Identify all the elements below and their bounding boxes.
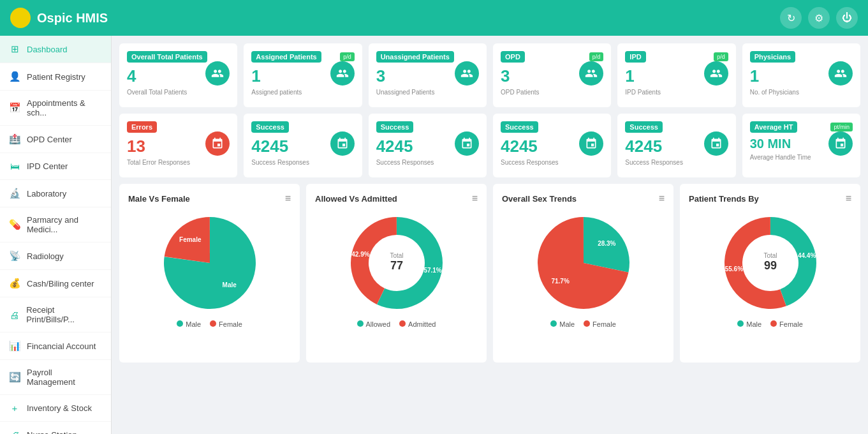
stat-title: Average HT — [750, 121, 798, 133]
stat-title: IPD — [625, 51, 645, 63]
svg-text:42.9%: 42.9% — [351, 251, 369, 258]
sidebar-item-nurse-station[interactable]: 🖨 Nurse Station — [0, 422, 111, 434]
stat-header: Physicians — [750, 51, 853, 63]
sidebar-label-payroll: Payroll Management — [27, 368, 102, 387]
stat-title: Overall Total Patients — [127, 51, 207, 63]
sidebar-item-payroll[interactable]: 🔄 Payroll Management — [0, 360, 111, 395]
sidebar-label-billing: Cash/Biling center — [27, 279, 94, 288]
opd-icon: 🏥 — [9, 133, 20, 145]
chart-area: 57.1%42.9% Total 77 AllowedAdmitted — [315, 212, 478, 328]
sidebar-label-patient-registry: Patient Registry — [27, 72, 85, 82]
refresh-button[interactable]: ↻ — [780, 7, 802, 29]
chart-menu-icon[interactable]: ≡ — [659, 193, 665, 204]
stat-header: Success — [625, 121, 728, 133]
stat-header: Overall Total Patients — [127, 51, 230, 63]
top-stat-card-0: Overall Total Patients 4 Overall Total P… — [119, 43, 237, 107]
pharmacy-icon: 💊 — [9, 219, 20, 230]
legend-item: Female — [770, 320, 803, 328]
legend-item: Male — [177, 320, 201, 328]
app-title: Ospic HMIS — [37, 11, 108, 26]
stat-title: OPD — [501, 51, 525, 63]
power-button[interactable]: ⏻ — [836, 7, 858, 29]
stat-header: Success — [501, 121, 603, 133]
inventory-icon: + — [9, 403, 20, 414]
sidebar-item-ipd[interactable]: 🛏 IPD Center — [0, 153, 111, 180]
bottom-stat-card-4: Success 4245 Success Responses — [617, 114, 735, 177]
sidebar-item-financial[interactable]: 📊 Fincancial Account — [0, 333, 111, 360]
receipts-icon: 🖨 — [9, 310, 20, 320]
svg-text:Total: Total — [763, 252, 777, 259]
laboratory-icon: 🔬 — [9, 188, 20, 199]
sidebar-label-pharmacy: Parmarcy and Medici... — [27, 215, 102, 234]
legend-item: Allowed — [357, 320, 391, 328]
svg-text:28.3%: 28.3% — [598, 240, 615, 247]
stat-label: Total Error Responses — [127, 159, 230, 166]
sidebar-item-dashboard[interactable]: ⊞ Dashboard — [0, 36, 111, 63]
sidebar-item-laboratory[interactable]: 🔬 Laboratory — [0, 180, 111, 207]
chart-menu-icon[interactable]: ≡ — [472, 193, 478, 204]
sidebar-item-billing[interactable]: 💰 Cash/Biling center — [0, 270, 111, 297]
charts-row: Male Vs Female ≡ MaleFemale MaleFemale A… — [119, 184, 860, 363]
stat-badge: p/d — [714, 52, 728, 61]
payroll-icon: 🔄 — [9, 371, 20, 383]
radiology-icon: 📡 — [9, 250, 20, 262]
sidebar-label-financial: Fincancial Account — [27, 341, 96, 351]
stat-icon — [455, 131, 479, 156]
svg-text:71.7%: 71.7% — [551, 278, 569, 285]
bottom-stat-card-2: Success 4245 Success Responses — [369, 114, 487, 177]
chart-area: MaleFemale MaleFemale — [128, 212, 291, 328]
stat-icon — [330, 61, 355, 86]
financial-icon: 📊 — [9, 340, 20, 352]
sidebar-item-patient-registry[interactable]: 👤 Patient Registry — [0, 63, 111, 91]
stat-icon — [704, 131, 728, 156]
stat-header: OPD p/d — [501, 51, 603, 63]
stat-badge: pt/min — [830, 123, 853, 131]
chart-menu-icon[interactable]: ≡ — [846, 193, 851, 204]
sidebar-item-receipts[interactable]: 🖨 Receipt Print/Bills/P... — [0, 297, 111, 333]
app-layout: ⊞ Dashboard 👤 Patient Registry 📅 Appoint… — [0, 36, 868, 434]
chart-legend: MaleFemale — [550, 320, 616, 328]
svg-text:99: 99 — [763, 259, 776, 272]
sidebar-item-appointments[interactable]: 📅 Appointments & sch... — [0, 91, 111, 126]
svg-text:Female: Female — [179, 236, 202, 243]
sidebar-item-pharmacy[interactable]: 💊 Parmarcy and Medici... — [0, 207, 111, 243]
chart-legend: MaleFemale — [737, 320, 803, 328]
chart-menu-icon[interactable]: ≡ — [285, 193, 291, 204]
chart-title: Allowed Vs Admitted — [315, 194, 397, 204]
stat-icon — [330, 131, 355, 156]
sidebar-label-receipts: Receipt Print/Bills/P... — [26, 305, 102, 324]
sidebar-label-radiology: Radiology — [27, 251, 64, 261]
stat-label: OPD Patients — [501, 89, 603, 96]
svg-text:Male: Male — [222, 281, 237, 288]
bottom-stat-card-5: Average HT pt/min 30 MIN Average Handle … — [742, 114, 860, 177]
stat-label: Overall Total Patients — [127, 89, 230, 96]
dashboard-icon: ⊞ — [9, 43, 20, 55]
sidebar-item-inventory[interactable]: + Inventory & Stock — [0, 395, 111, 422]
stat-header: Unassigned Patients — [376, 51, 479, 63]
legend-item: Male — [550, 320, 575, 328]
sidebar-label-dashboard: Dashboard — [27, 45, 68, 54]
stat-icon — [455, 61, 479, 86]
sidebar-label-inventory: Inventory & Stock — [27, 403, 92, 413]
stat-label: Success Responses — [625, 159, 728, 166]
stat-title: Success — [376, 121, 414, 133]
chart-area: 44.4%55.6% Total 99 MaleFemale — [689, 212, 851, 328]
stat-title: Physicians — [750, 51, 795, 63]
stat-icon — [828, 131, 853, 156]
ipd-icon: 🛏 — [9, 161, 20, 172]
stat-label: No. of Physicians — [750, 89, 853, 96]
sidebar: ⊞ Dashboard 👤 Patient Registry 📅 Appoint… — [0, 36, 112, 434]
chart-header: Overall Sex Trends ≡ — [502, 193, 665, 204]
nurse-icon: 🖨 — [9, 430, 20, 434]
settings-button[interactable]: ⚙ — [808, 7, 830, 29]
svg-text:77: 77 — [390, 259, 402, 272]
stat-title: Unassigned Patients — [376, 51, 454, 63]
sidebar-label-appointments: Appointments & sch... — [27, 98, 102, 117]
chart-card-0: Male Vs Female ≡ MaleFemale MaleFemale — [119, 184, 300, 363]
stat-title: Assigned Patients — [251, 51, 321, 63]
legend-item: Male — [737, 320, 761, 328]
sidebar-item-opd[interactable]: 🏥 OPD Center — [0, 126, 111, 153]
sidebar-item-radiology[interactable]: 📡 Radiology — [0, 243, 111, 270]
header-actions: ↻ ⚙ ⏻ — [780, 7, 858, 29]
chart-svg: 57.1%42.9% Total 77 — [346, 212, 448, 314]
